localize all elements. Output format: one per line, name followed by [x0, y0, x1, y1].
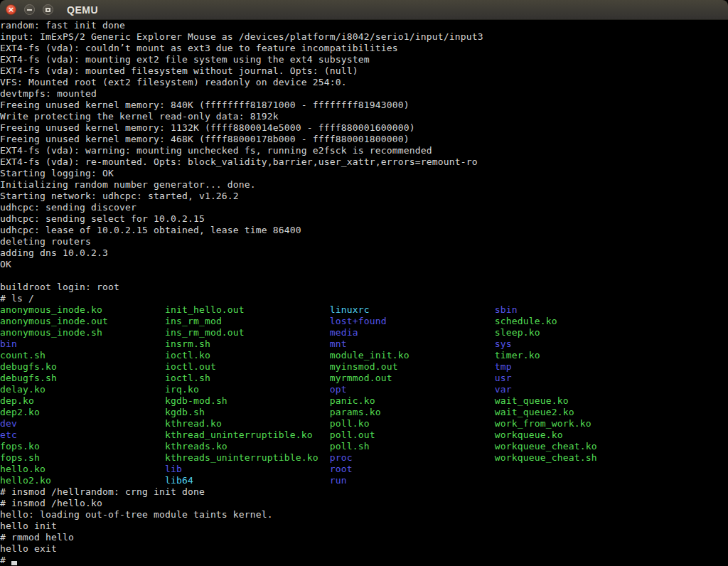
ls-entry: dep2.ko	[0, 407, 165, 417]
ls-entry: kgdb-mod.sh	[165, 395, 330, 406]
console-line: debugfs.sh ioctl.sh myrmmod.out usr	[0, 373, 728, 384]
ls-entry: bin	[0, 338, 165, 349]
ls-entry: media	[330, 327, 495, 338]
ls-entry: fops.sh	[0, 452, 165, 463]
close-button[interactable]: ×	[6, 4, 16, 15]
window-titlebar[interactable]: × QEMU	[0, 0, 728, 20]
ls-entry: kgdb.sh	[165, 407, 330, 417]
terminal-cursor	[11, 555, 17, 566]
console-line: udhcpc: lease of 10.0.2.15 obtained, lea…	[0, 225, 728, 236]
console-line: Initializing random number generator... …	[0, 179, 728, 191]
maximize-button[interactable]	[43, 4, 53, 15]
console-line: EXT4-fs (vda): warning: mounting uncheck…	[0, 145, 728, 156]
console-line: count.sh ioctl.ko module_init.ko timer.k…	[0, 350, 728, 361]
console-line: hello: loading out-of-tree module taints…	[0, 509, 728, 520]
maximize-icon	[46, 8, 50, 12]
console-line: Freeing unused kernel memory: 468K (ffff…	[0, 134, 728, 145]
ls-entry: panic.ko	[330, 395, 495, 406]
ls-entry: var	[495, 384, 512, 395]
ls-entry: ins_rm_mod.out	[165, 327, 330, 338]
ls-entry: irq.ko	[165, 384, 330, 395]
ls-entry: usr	[495, 373, 512, 383]
ls-entry: hello2.ko	[0, 475, 165, 486]
console-line: hello.ko lib root	[0, 464, 728, 475]
ls-entry: run	[330, 475, 347, 486]
ls-entry: dep.ko	[0, 395, 165, 406]
ls-entry: kthread.ko	[165, 418, 330, 429]
qemu-window: × QEMU random: fast init doneinput: ImEx…	[0, 0, 728, 566]
console-line: # insmod /hellrandom: crng init done	[0, 486, 728, 498]
console-line: Freeing unused kernel memory: 840K (ffff…	[0, 100, 728, 111]
console-line: VFS: Mounted root (ext2 filesystem) read…	[0, 77, 728, 88]
ls-entry: proc	[330, 452, 495, 463]
ls-entry: timer.ko	[495, 350, 540, 361]
ls-entry: poll.ko	[330, 418, 495, 429]
console-line: hello2.ko lib64 run	[0, 475, 728, 486]
ls-entry: kthreads_uninterruptible.ko	[165, 452, 330, 463]
console-line: # ls /	[0, 293, 728, 304]
ls-entry: debugfs.ko	[0, 361, 165, 372]
console-line: # insmod /hello.ko	[0, 498, 728, 509]
ls-entry: schedule.ko	[495, 316, 557, 326]
console-line: EXT4-fs (vda): couldn’t mount as ext3 du…	[0, 43, 728, 54]
ls-entry: opt	[330, 384, 495, 395]
console-line: etc kthread_uninterruptible.ko poll.out …	[0, 429, 728, 441]
console-line: anonymous_inode.ko init_hello.out linuxr…	[0, 304, 728, 316]
ls-entry: anonymous_inode.out	[0, 316, 165, 326]
ls-entry: sleep.ko	[495, 327, 540, 338]
ls-entry: debugfs.sh	[0, 373, 165, 383]
ls-entry: workqueue_cheat.sh	[495, 452, 597, 463]
console-line: udhcpc: sending discover	[0, 202, 728, 213]
ls-entry: ioctl.sh	[165, 373, 330, 383]
console-line: anonymous_inode.sh ins_rm_mod.out media …	[0, 327, 728, 338]
ls-entry: linuxrc	[330, 304, 495, 315]
ls-entry: params.ko	[330, 407, 495, 417]
minimize-icon	[27, 9, 32, 11]
console-line	[0, 270, 728, 282]
console-line: fops.ko kthreads.ko poll.sh workqueue_ch…	[0, 441, 728, 452]
console-line: random: fast init done	[0, 20, 728, 31]
ls-entry: fops.ko	[0, 441, 165, 452]
console-line: OK	[0, 259, 728, 270]
ls-entry: workqueue.ko	[495, 429, 563, 440]
console-line: bin insrm.sh mnt sys	[0, 338, 728, 350]
ls-entry: wait_queue2.ko	[495, 407, 574, 417]
window-title: QEMU	[67, 4, 98, 16]
ls-entry: poll.sh	[330, 441, 495, 452]
ls-entry: dev	[0, 418, 165, 429]
console-line: devtmpfs: mounted	[0, 88, 728, 100]
console-line: deleting routers	[0, 236, 728, 247]
close-icon: ×	[8, 6, 14, 14]
ls-entry: etc	[0, 429, 165, 440]
console-line: hello init	[0, 520, 728, 532]
ls-entry: kthread_uninterruptible.ko	[165, 429, 330, 440]
ls-entry: module_init.ko	[330, 350, 495, 361]
ls-entry: mnt	[330, 338, 495, 349]
console-line: Freeing unused kernel memory: 1132K (fff…	[0, 122, 728, 134]
ls-entry: ins_rm_mod	[165, 316, 330, 326]
console-line: hello exit	[0, 543, 728, 555]
console-line: buildroot login: root	[0, 282, 728, 293]
console-line: dep.ko kgdb-mod.sh panic.ko wait_queue.k…	[0, 395, 728, 407]
ls-entry: ioctl.out	[165, 361, 330, 372]
ls-entry: sbin	[495, 304, 518, 315]
ls-entry: workqueue_cheat.ko	[495, 441, 597, 452]
ls-entry: lib64	[165, 475, 330, 486]
ls-entry: poll.out	[330, 429, 495, 440]
ls-entry: count.sh	[0, 350, 165, 361]
ls-entry: lost+found	[330, 316, 495, 326]
console-line: input: ImExPS/2 Generic Explorer Mouse a…	[0, 31, 728, 43]
console-line: Starting logging: OK	[0, 168, 728, 179]
ls-entry: wait_queue.ko	[495, 395, 569, 406]
console-line: udhcpc: sending select for 10.0.2.15	[0, 213, 728, 225]
ls-entry: anonymous_inode.sh	[0, 327, 165, 338]
ls-entry: hello.ko	[0, 464, 165, 474]
console-line: EXT4-fs (vda): mounting ext2 file system…	[0, 54, 728, 65]
console-line: delay.ko irq.ko opt var	[0, 384, 728, 395]
ls-entry: anonymous_inode.ko	[0, 304, 165, 315]
ls-entry: insrm.sh	[165, 338, 330, 349]
terminal-console[interactable]: random: fast init doneinput: ImExPS/2 Ge…	[0, 20, 728, 566]
console-line: EXT4-fs (vda): re-mounted. Opts: block_v…	[0, 156, 728, 168]
minimize-button[interactable]	[24, 4, 35, 15]
ls-entry: ioctl.ko	[165, 350, 330, 361]
